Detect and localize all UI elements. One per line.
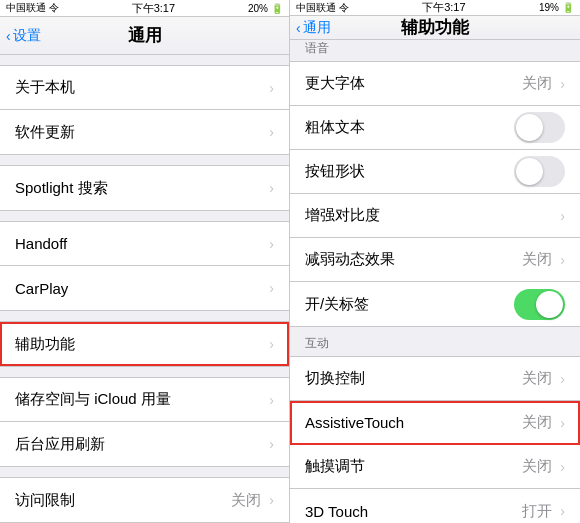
right-status-battery: 19% 🔋	[539, 2, 574, 13]
list-item[interactable]: 增强对比度 ›	[290, 194, 580, 238]
chevron-icon: ›	[269, 280, 274, 296]
button-shapes-toggle[interactable]	[514, 156, 565, 187]
left-back-label: 设置	[13, 27, 41, 45]
chevron-icon: ›	[560, 208, 565, 224]
chevron-icon: ›	[560, 503, 565, 519]
battery-icon: 🔋	[271, 3, 283, 14]
chevron-icon: ›	[269, 392, 274, 408]
list-item[interactable]: 储存空间与 iCloud 用量 ›	[0, 378, 289, 422]
left-status-bar: 中国联通 令 下午3:17 20% 🔋	[0, 0, 289, 17]
left-status-carrier: 中国联通 令	[6, 1, 59, 15]
list-item[interactable]: CarPlay ›	[0, 266, 289, 310]
list-item[interactable]: Handoff ›	[0, 222, 289, 266]
list-item[interactable]: 触摸调节 关闭 ›	[290, 445, 580, 489]
carrier-text: 中国联通 令	[296, 1, 349, 15]
left-section-4: 辅助功能 ›	[0, 321, 289, 367]
section-header-voice: 语音	[290, 40, 580, 61]
section-header-interactive: 互动	[290, 335, 580, 356]
list-item[interactable]: 粗体文本	[290, 106, 580, 150]
right-nav-title: 辅助功能	[401, 16, 469, 39]
left-chevron-icon: ‹	[6, 28, 11, 44]
list-item[interactable]: 更大字体 关闭 ›	[290, 62, 580, 106]
right-nav-bar: ‹ 通用 辅助功能	[290, 16, 580, 40]
list-item[interactable]: 后台应用刷新 ›	[0, 422, 289, 466]
left-section-5: 储存空间与 iCloud 用量 › 后台应用刷新 ›	[0, 377, 289, 467]
left-back-button[interactable]: ‹ 设置	[6, 27, 41, 45]
assistivetouch-item[interactable]: AssistiveTouch 关闭 ›	[290, 401, 580, 445]
list-item[interactable]: 3D Touch 打开 ›	[290, 489, 580, 523]
accessibility-item[interactable]: 辅助功能 ›	[0, 322, 289, 366]
chevron-icon: ›	[269, 236, 274, 252]
chevron-icon: ›	[269, 80, 274, 96]
chevron-icon: ›	[560, 459, 565, 475]
list-item[interactable]: 关于本机 ›	[0, 66, 289, 110]
list-item[interactable]: 切换控制 关闭 ›	[290, 357, 580, 401]
left-status-time: 下午3:17	[132, 1, 175, 16]
right-back-label: 通用	[303, 19, 331, 37]
right-section-interactive: 切换控制 关闭 › AssistiveTouch 关闭 › 触摸调节 关闭 › …	[290, 356, 580, 523]
right-section-vision: 更大字体 关闭 › 粗体文本 按钮形状 增强对比度 › 减弱动态效果 关闭 ›	[290, 61, 580, 327]
list-item[interactable]: 访问限制 关闭 ›	[0, 478, 289, 522]
right-status-carrier: 中国联通 令	[296, 1, 349, 15]
left-section-2: Spotlight 搜索 ›	[0, 165, 289, 211]
chevron-icon: ›	[560, 371, 565, 387]
left-nav-title: 通用	[128, 24, 162, 47]
list-item[interactable]: 软件更新 ›	[0, 110, 289, 154]
list-item[interactable]: 开/关标签	[290, 282, 580, 326]
chevron-icon: ›	[269, 492, 274, 508]
left-section-6: 访问限制 关闭 ›	[0, 477, 289, 523]
chevron-icon: ›	[560, 76, 565, 92]
left-nav-bar: ‹ 设置 通用	[0, 17, 289, 55]
battery-icon: 🔋	[562, 2, 574, 13]
right-panel: 中国联通 令 下午3:17 19% 🔋 ‹ 通用 辅助功能 语音 更大字体 关闭…	[290, 0, 580, 523]
bold-text-toggle[interactable]	[514, 112, 565, 143]
list-item[interactable]: Spotlight 搜索 ›	[0, 166, 289, 210]
list-item[interactable]: 减弱动态效果 关闭 ›	[290, 238, 580, 282]
left-status-battery: 20% 🔋	[248, 3, 283, 14]
list-item[interactable]: 按钮形状	[290, 150, 580, 194]
left-panel: 中国联通 令 下午3:17 20% 🔋 ‹ 设置 通用 关于本机 › 软件更新 …	[0, 0, 290, 523]
battery-level: 20%	[248, 3, 268, 14]
left-section-3: Handoff › CarPlay ›	[0, 221, 289, 311]
chevron-icon: ›	[560, 415, 565, 431]
left-section-1: 关于本机 › 软件更新 ›	[0, 65, 289, 155]
chevron-icon: ›	[269, 124, 274, 140]
right-chevron-icon: ‹	[296, 20, 301, 36]
chevron-icon: ›	[560, 252, 565, 268]
right-back-button[interactable]: ‹ 通用	[296, 19, 331, 37]
chevron-icon: ›	[269, 336, 274, 352]
carrier-text: 中国联通 令	[6, 1, 59, 15]
chevron-icon: ›	[269, 180, 274, 196]
right-status-time: 下午3:17	[422, 0, 465, 15]
right-status-bar: 中国联通 令 下午3:17 19% 🔋	[290, 0, 580, 16]
chevron-icon: ›	[269, 436, 274, 452]
battery-level: 19%	[539, 2, 559, 13]
on-off-label-toggle[interactable]	[514, 289, 565, 320]
